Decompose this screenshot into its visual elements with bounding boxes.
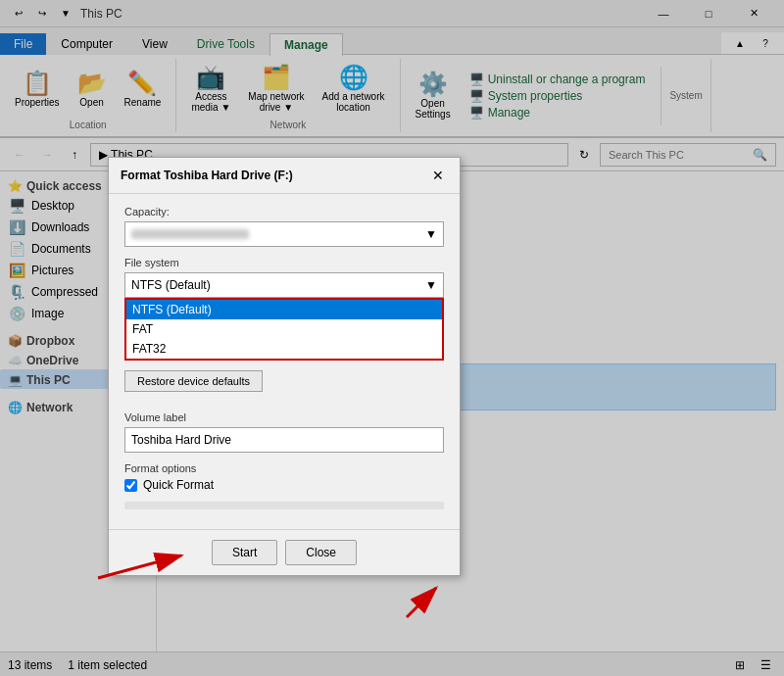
restore-defaults-button[interactable]: Restore device defaults <box>124 370 263 392</box>
fs-option-ntfs[interactable]: NTFS (Default) <box>126 300 442 319</box>
filesystem-group: File system NTFS (Default) ▼ NTFS (Defau… <box>124 257 444 361</box>
dialog-title-text: Format Toshiba Hard Drive (F:) <box>121 169 293 182</box>
capacity-group: Capacity: ▼ <box>124 206 444 247</box>
filesystem-dropdown: NTFS (Default) ▼ NTFS (Default) FAT FAT3… <box>124 272 444 361</box>
format-options-group: Format options Quick Format <box>124 462 444 492</box>
capacity-value-blurred <box>131 229 249 239</box>
format-progress-bar <box>124 502 444 509</box>
fs-option-fat[interactable]: FAT <box>126 319 442 339</box>
capacity-dropdown-arrow: ▼ <box>425 227 437 241</box>
quick-format-checkbox[interactable] <box>124 479 137 492</box>
volume-label-label: Volume label <box>124 411 444 423</box>
filesystem-dropdown-list: NTFS (Default) FAT FAT32 <box>124 298 444 361</box>
quick-format-label: Quick Format <box>143 478 214 492</box>
quick-format-group: Quick Format <box>124 478 444 492</box>
dialog-title-bar: Format Toshiba Hard Drive (F:) ✕ <box>109 158 460 194</box>
volume-label-input[interactable] <box>124 427 444 453</box>
restore-group: Restore device defaults <box>124 370 444 402</box>
capacity-select-container: ▼ <box>124 221 444 247</box>
filesystem-selected-value: NTFS (Default) <box>131 278 211 292</box>
format-dialog: Format Toshiba Hard Drive (F:) ✕ Capacit… <box>108 157 461 576</box>
dialog-close-button[interactable]: ✕ <box>428 166 448 185</box>
dialog-body: Capacity: ▼ File system NTFS (Default) ▼ <box>109 194 460 529</box>
format-options-label: Format options <box>124 462 444 474</box>
filesystem-dropdown-arrow: ▼ <box>425 278 437 292</box>
dialog-close-btn[interactable]: Close <box>285 540 357 565</box>
capacity-label: Capacity: <box>124 206 444 217</box>
start-button[interactable]: Start <box>212 540 277 565</box>
fs-option-fat32[interactable]: FAT32 <box>126 339 442 359</box>
dialog-overlay: Format Toshiba Hard Drive (F:) ✕ Capacit… <box>0 0 784 676</box>
filesystem-label: File system <box>124 257 444 268</box>
volume-label-group: Volume label <box>124 411 444 453</box>
dialog-footer: Start Close <box>109 529 460 575</box>
capacity-select[interactable]: ▼ <box>124 221 444 247</box>
filesystem-select[interactable]: NTFS (Default) ▼ <box>124 272 444 298</box>
